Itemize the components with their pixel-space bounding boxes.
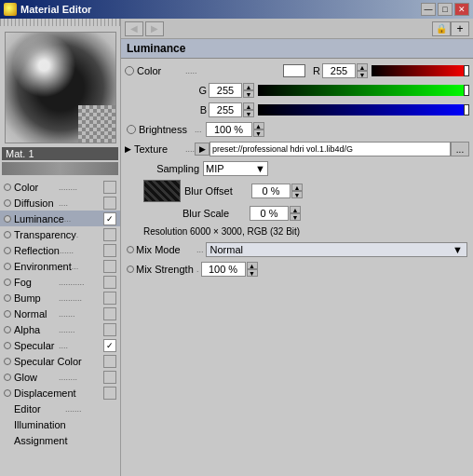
blur-offset-up-btn[interactable]: ▲: [291, 184, 303, 191]
texture-more-button[interactable]: ...: [451, 142, 469, 156]
r-bar: [372, 65, 469, 76]
g-up-btn[interactable]: ▲: [243, 83, 254, 90]
channel-check-alpha[interactable]: [103, 323, 116, 336]
channel-check-glow[interactable]: [103, 371, 116, 384]
channel-displacement[interactable]: Displacement: [0, 385, 120, 401]
back-button[interactable]: ◀: [125, 21, 143, 36]
channel-reflection[interactable]: Reflection ......: [0, 242, 120, 258]
channel-check-transparency[interactable]: [103, 228, 116, 241]
channel-alpha[interactable]: Alpha .......: [0, 321, 120, 337]
blur-scale-input[interactable]: 0 %: [250, 206, 289, 221]
mix-mode-dropdown[interactable]: Normal ▼: [206, 242, 467, 257]
channel-name-illumination: Illumination: [14, 419, 116, 430]
channel-check-color[interactable]: [103, 181, 116, 194]
blur-offset-down-btn[interactable]: ▼: [291, 191, 303, 198]
mix-mode-row: Mix Mode ... Normal ▼: [125, 241, 469, 258]
channel-environment[interactable]: Environment ...: [0, 258, 120, 274]
mix-mode-toggle[interactable]: [127, 246, 134, 253]
channel-glow[interactable]: Glow ........: [0, 369, 120, 385]
channel-dot-transparency: [4, 231, 11, 238]
mix-strength-input[interactable]: 100 %: [201, 262, 246, 277]
channel-check-reflection[interactable]: [103, 244, 116, 257]
minimize-button[interactable]: —: [421, 3, 436, 16]
blur-offset-input[interactable]: 0 %: [251, 184, 291, 198]
g-down-btn[interactable]: ▼: [243, 90, 254, 98]
channel-name-assignment: Assignment: [14, 435, 116, 446]
b-row: B 255 ▲ ▼: [125, 102, 469, 118]
lock-button[interactable]: 🔒: [432, 21, 451, 36]
mix-strength-up-btn[interactable]: ▲: [247, 262, 258, 269]
channel-assignment[interactable]: Assignment: [0, 432, 120, 448]
close-button[interactable]: ✕: [454, 3, 469, 16]
blur-offset-spin: ▲ ▼: [291, 184, 303, 198]
channel-fog[interactable]: Fog ...........: [0, 274, 120, 290]
channel-check-fog[interactable]: [103, 276, 116, 289]
channel-specular[interactable]: Specular .... ✓: [0, 337, 120, 353]
channel-transparency[interactable]: Transparency .: [0, 226, 120, 242]
g-slider-thumb[interactable]: [464, 85, 469, 96]
r-down-btn[interactable]: ▼: [357, 71, 368, 78]
r-slider-thumb[interactable]: [464, 65, 469, 76]
texture-expand-icon[interactable]: ▶: [125, 144, 134, 154]
channel-dot-specular: [4, 342, 11, 349]
blur-scale-label: Blur Scale: [182, 208, 250, 219]
color-toggle[interactable]: [125, 66, 134, 75]
channel-specular-color[interactable]: Specular Color: [0, 353, 120, 369]
sampling-dropdown[interactable]: MIP ▼: [203, 161, 268, 176]
brightness-input[interactable]: 100 %: [206, 122, 252, 137]
color-swatch[interactable]: [283, 64, 305, 77]
window-controls: — □ ✕: [421, 3, 469, 16]
b-down-btn[interactable]: ▼: [243, 110, 254, 117]
channel-bump[interactable]: Bump ..........: [0, 290, 120, 306]
channel-dots-reflection: ......: [60, 246, 103, 255]
channel-check-normal[interactable]: [103, 307, 116, 320]
brightness-down-btn[interactable]: ▼: [253, 129, 264, 137]
blur-scale-up-btn[interactable]: ▲: [290, 206, 301, 213]
r-input[interactable]: 255: [322, 63, 356, 78]
channel-dot-bump: [4, 294, 11, 302]
mix-strength-toggle[interactable]: [127, 265, 134, 273]
channel-dots-transparency: .: [76, 230, 103, 239]
channel-color[interactable]: Color ........: [0, 179, 120, 195]
r-up-btn[interactable]: ▲: [357, 63, 368, 71]
texture-path-input[interactable]: preset://professional hdri vol.1.lib4d/G: [209, 142, 451, 156]
texture-thumbnail: [143, 180, 181, 202]
channel-dot-glow: [4, 374, 11, 381]
g-color-bar: [258, 85, 469, 96]
blur-scale-down-btn[interactable]: ▼: [290, 213, 301, 221]
r-label: R: [309, 65, 320, 76]
channel-luminance[interactable]: Luminance ... ✓: [0, 211, 120, 226]
title-bar: Material Editor — □ ✕: [0, 0, 473, 19]
channel-check-luminance[interactable]: ✓: [103, 212, 116, 225]
channel-editor[interactable]: Editor .......: [0, 401, 120, 416]
b-slider-thumb[interactable]: [464, 104, 469, 116]
channel-normal[interactable]: Normal .......: [0, 306, 120, 321]
mix-mode-value: Normal: [210, 244, 243, 255]
channel-check-diffusion[interactable]: [103, 197, 116, 210]
b-input[interactable]: 255: [209, 102, 242, 117]
brightness-row: Brightness ... 100 % ▲ ▼: [125, 121, 469, 138]
mix-strength-down-btn[interactable]: ▼: [247, 269, 258, 277]
brightness-up-btn[interactable]: ▲: [253, 122, 264, 129]
channel-illumination[interactable]: Illumination: [0, 416, 120, 432]
channel-check-bump[interactable]: [103, 292, 116, 305]
channel-check-environment[interactable]: [103, 260, 116, 273]
g-bar: [258, 85, 469, 96]
channel-name-alpha: Alpha: [14, 324, 59, 335]
channel-name-specular: Specular: [14, 340, 59, 351]
channel-check-displacement[interactable]: [103, 387, 116, 400]
g-input[interactable]: 255: [209, 83, 242, 98]
app-icon: [4, 3, 17, 16]
add-button[interactable]: +: [451, 21, 469, 36]
b-up-btn[interactable]: ▲: [243, 102, 254, 110]
brightness-toggle[interactable]: [127, 125, 136, 134]
channel-check-specular-color[interactable]: [103, 355, 116, 368]
channel-name-specular-color: Specular Color: [14, 356, 103, 367]
section-title: Luminance: [121, 39, 473, 59]
forward-button[interactable]: ▶: [145, 21, 164, 36]
channel-check-specular[interactable]: ✓: [103, 339, 116, 352]
mix-mode-label: Mix Mode: [136, 244, 196, 255]
maximize-button[interactable]: □: [438, 3, 453, 16]
texture-play-button[interactable]: ▶: [195, 143, 209, 156]
channel-diffusion[interactable]: Diffusion ....: [0, 195, 120, 211]
